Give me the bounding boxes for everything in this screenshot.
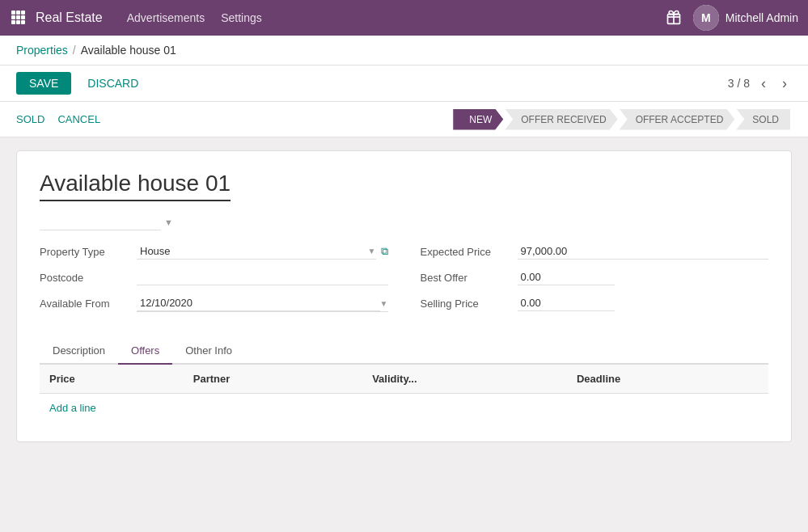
avatar: M bbox=[693, 5, 719, 31]
nav-settings[interactable]: Settings bbox=[221, 11, 262, 24]
gift-icon[interactable] bbox=[666, 9, 682, 27]
svg-rect-5 bbox=[21, 15, 25, 19]
left-col: Property Type House ▼ ⧉ Postcode bbox=[40, 243, 388, 322]
action-bar: SAVE DISCARD 3 / 8 ‹ › bbox=[0, 65, 808, 102]
breadcrumb-separator: / bbox=[73, 44, 76, 57]
svg-rect-2 bbox=[21, 11, 25, 15]
property-type-external-link[interactable]: ⧉ bbox=[381, 245, 388, 258]
col-partner: Partner bbox=[184, 365, 362, 394]
avatar-initials: M bbox=[693, 5, 719, 31]
top-nav: Real Estate Advertisements Settings M Mi… bbox=[0, 0, 808, 36]
cancel-action[interactable]: CANCEL bbox=[57, 110, 100, 129]
property-type-label: Property Type bbox=[40, 246, 137, 258]
record-title: Available house 01 bbox=[40, 171, 231, 201]
breadcrumb-current: Available house 01 bbox=[81, 44, 176, 57]
available-from-label: Available From bbox=[40, 298, 137, 310]
tab-other-info[interactable]: Other Info bbox=[172, 338, 245, 365]
postcode-label: Postcode bbox=[40, 272, 137, 284]
add-line-link[interactable]: Add a line bbox=[40, 394, 106, 422]
property-type-dropdown[interactable]: House bbox=[137, 243, 368, 259]
available-from-field: Available From ▼ bbox=[40, 295, 388, 312]
grid-icon[interactable] bbox=[10, 9, 26, 27]
svg-rect-6 bbox=[11, 20, 15, 24]
best-offer-value: 0.00 bbox=[518, 269, 615, 285]
svg-rect-3 bbox=[11, 15, 15, 19]
svg-rect-4 bbox=[16, 15, 20, 19]
form-fields: Property Type House ▼ ⧉ Postcode bbox=[40, 243, 768, 322]
pipeline-step-offer-accepted[interactable]: OFFER ACCEPTED bbox=[620, 109, 735, 130]
right-col: Expected Price Best Offer 0.00 Selling P… bbox=[421, 243, 769, 322]
main-content: Available house 01 ▼ Property Type House bbox=[0, 137, 808, 455]
best-offer-value-area: 0.00 bbox=[518, 269, 769, 285]
discard-button[interactable]: DISCARD bbox=[78, 72, 148, 95]
property-type-field: Property Type House ▼ ⧉ bbox=[40, 243, 388, 260]
available-from-select[interactable]: ▼ bbox=[137, 295, 388, 312]
tags-dropdown-arrow[interactable]: ▼ bbox=[164, 217, 173, 227]
expected-price-field: Expected Price bbox=[421, 243, 769, 260]
best-offer-label: Best Offer bbox=[421, 272, 518, 284]
property-type-arrow: ▼ bbox=[368, 247, 376, 255]
pipeline-step-new[interactable]: NEW bbox=[453, 109, 503, 130]
status-bar: SOLD CANCEL NEW OFFER RECEIVED OFFER ACC… bbox=[0, 102, 808, 137]
expected-price-label: Expected Price bbox=[421, 246, 518, 258]
prev-page-button[interactable]: ‹ bbox=[756, 74, 771, 94]
pipeline: NEW OFFER RECEIVED OFFER ACCEPTED SOLD bbox=[453, 109, 792, 130]
postcode-value-area bbox=[137, 269, 388, 285]
offers-tab-content: Price Partner Validity... Deadline Add a… bbox=[40, 365, 768, 422]
property-type-select[interactable]: House ▼ bbox=[137, 243, 376, 260]
postcode-input[interactable] bbox=[137, 269, 388, 285]
selling-price-field: Selling Price 0.00 bbox=[421, 295, 769, 311]
pipeline-step-offer-received[interactable]: OFFER RECEIVED bbox=[505, 109, 617, 130]
best-offer-field: Best Offer 0.00 bbox=[421, 269, 769, 285]
property-type-value-area: House ▼ ⧉ bbox=[137, 243, 388, 260]
pipeline-step-sold[interactable]: SOLD bbox=[736, 109, 790, 130]
app-title: Real Estate bbox=[36, 11, 103, 25]
tags-area: ▼ bbox=[40, 214, 768, 230]
expected-price-input[interactable] bbox=[518, 243, 769, 260]
selling-price-value-area: 0.00 bbox=[518, 295, 769, 311]
user-area[interactable]: M Mitchell Admin bbox=[693, 5, 798, 31]
tags-input[interactable] bbox=[40, 214, 161, 230]
user-name: Mitchell Admin bbox=[726, 11, 798, 24]
sold-action[interactable]: SOLD bbox=[16, 110, 44, 129]
postcode-field: Postcode bbox=[40, 269, 388, 285]
offers-table: Price Partner Validity... Deadline bbox=[40, 365, 768, 394]
offers-table-head: Price Partner Validity... Deadline bbox=[40, 365, 768, 394]
svg-rect-8 bbox=[21, 20, 25, 24]
save-button[interactable]: SAVE bbox=[16, 72, 71, 95]
col-price: Price bbox=[40, 365, 184, 394]
col-deadline: Deadline bbox=[567, 365, 768, 394]
svg-rect-7 bbox=[16, 20, 20, 24]
nav-advertisements[interactable]: Advertisements bbox=[127, 11, 205, 24]
selling-price-value: 0.00 bbox=[518, 295, 615, 311]
available-from-value-area: ▼ bbox=[137, 295, 388, 312]
col-validity: Validity... bbox=[362, 365, 567, 394]
expected-price-value-area bbox=[518, 243, 769, 260]
selling-price-label: Selling Price bbox=[421, 298, 518, 310]
breadcrumb: Properties / Available house 01 bbox=[0, 36, 808, 65]
next-page-button[interactable]: › bbox=[777, 74, 792, 94]
page-info: 3 / 8 bbox=[728, 77, 750, 90]
tabs: Description Offers Other Info bbox=[40, 338, 768, 365]
breadcrumb-parent[interactable]: Properties bbox=[16, 44, 68, 57]
form-card: Available house 01 ▼ Property Type House bbox=[16, 150, 792, 442]
svg-rect-0 bbox=[11, 11, 15, 15]
available-from-input[interactable] bbox=[137, 295, 380, 311]
tab-description[interactable]: Description bbox=[40, 338, 118, 365]
svg-rect-1 bbox=[16, 11, 20, 15]
offers-table-header-row: Price Partner Validity... Deadline bbox=[40, 365, 768, 394]
tab-offers[interactable]: Offers bbox=[118, 338, 172, 365]
pagination: 3 / 8 ‹ › bbox=[728, 74, 792, 94]
available-from-arrow: ▼ bbox=[380, 299, 388, 308]
